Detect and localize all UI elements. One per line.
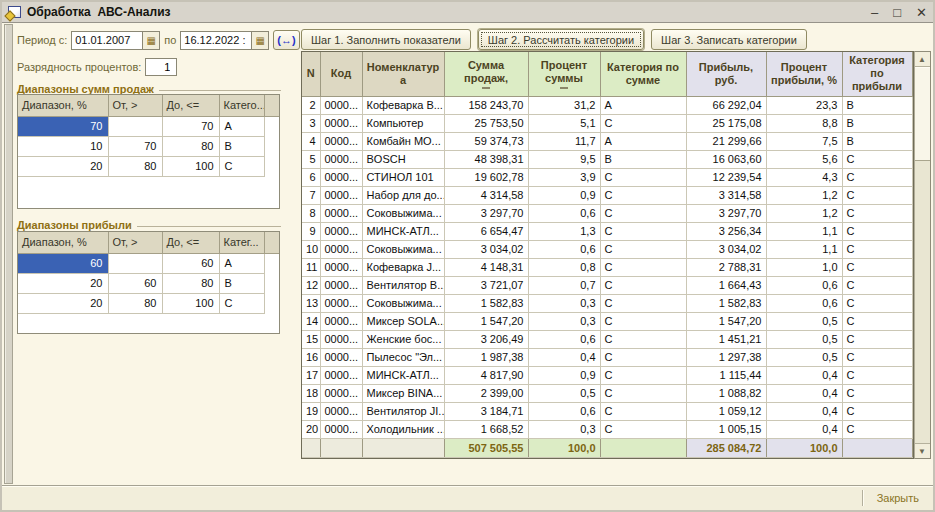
cell[interactable]: 7,5 — [766, 132, 842, 150]
cell[interactable]: C — [842, 366, 912, 384]
cell[interactable]: 0000... — [320, 114, 362, 132]
cell[interactable]: 1,1 — [766, 222, 842, 240]
cell[interactable]: Соковыжима... — [362, 204, 444, 222]
cell[interactable]: C — [842, 186, 912, 204]
cell[interactable]: 3 256,34 — [686, 222, 766, 240]
cell[interactable]: 19 — [302, 402, 320, 420]
table-row[interactable]: 120000...Вентилятор В...3 721,070,7C1 66… — [302, 276, 912, 294]
cell[interactable]: 1 297,38 — [686, 348, 766, 366]
cell[interactable]: 0000... — [320, 348, 362, 366]
cell[interactable]: 59 374,73 — [444, 132, 528, 150]
range-row[interactable]: 206080B — [18, 273, 279, 293]
cell[interactable]: Миксер SOLA... — [362, 312, 444, 330]
cell[interactable]: 0,5 — [766, 312, 842, 330]
cell[interactable]: 20 — [302, 420, 320, 438]
cell[interactable]: C — [600, 276, 686, 294]
cell[interactable]: 0,9 — [528, 366, 600, 384]
table-row[interactable]: 80000...Соковыжима...3 297,700,6C3 297,7… — [302, 204, 912, 222]
cell[interactable]: 0,4 — [766, 384, 842, 402]
cell[interactable]: 0000... — [320, 240, 362, 258]
cell[interactable]: C — [842, 150, 912, 168]
cell[interactable]: 8 — [302, 204, 320, 222]
cell[interactable]: C — [600, 420, 686, 438]
column-header[interactable]: Категория по прибыли — [842, 52, 912, 96]
cell[interactable]: Набор для до... — [362, 186, 444, 204]
cell[interactable]: 4 314,58 — [444, 186, 528, 204]
range-column-header[interactable]: От, > — [108, 95, 162, 116]
cell[interactable]: Пылесос "Эл... — [362, 348, 444, 366]
cell[interactable]: A — [600, 132, 686, 150]
cell[interactable]: 9 — [302, 222, 320, 240]
range-cell[interactable]: 20 — [18, 156, 108, 176]
range-column-header[interactable]: От, > — [108, 232, 162, 253]
range-row[interactable]: 7070A — [18, 116, 279, 136]
cell[interactable]: 3 314,58 — [686, 186, 766, 204]
cell[interactable]: 48 398,31 — [444, 150, 528, 168]
cell[interactable]: 0,6 — [528, 240, 600, 258]
range-cell[interactable]: 80 — [108, 293, 162, 313]
cell[interactable]: 5,6 — [766, 150, 842, 168]
cell[interactable]: 18 — [302, 384, 320, 402]
step1-fill-button[interactable]: Шаг 1. Заполнить показатели — [301, 29, 471, 50]
cell[interactable]: C — [842, 294, 912, 312]
cell[interactable]: 158 243,70 — [444, 96, 528, 114]
cell[interactable]: Вентилятор JI... — [362, 402, 444, 420]
cell[interactable]: 1 668,52 — [444, 420, 528, 438]
cell[interactable]: СТИНОЛ 101 — [362, 168, 444, 186]
cell[interactable]: 1,1 — [766, 240, 842, 258]
table-row[interactable]: 40000...Комбайн МО...59 374,7311,7A21 29… — [302, 132, 912, 150]
cell[interactable]: C — [600, 330, 686, 348]
cell[interactable]: 0000... — [320, 294, 362, 312]
cell[interactable]: C — [842, 276, 912, 294]
cell[interactable]: 1 547,20 — [686, 312, 766, 330]
cell[interactable]: C — [600, 114, 686, 132]
cell[interactable]: Компьютер — [362, 114, 444, 132]
cell[interactable]: C — [842, 330, 912, 348]
cell[interactable]: 12 239,54 — [686, 168, 766, 186]
cell[interactable]: 11,7 — [528, 132, 600, 150]
cell[interactable]: 1 059,12 — [686, 402, 766, 420]
cell[interactable]: 21 299,66 — [686, 132, 766, 150]
cell[interactable]: C — [600, 186, 686, 204]
column-header[interactable]: Процент суммы — [528, 52, 600, 96]
range-column-header[interactable]: Катег... — [219, 232, 264, 253]
cell[interactable]: C — [600, 402, 686, 420]
cell[interactable]: C — [842, 222, 912, 240]
cell[interactable]: 0000... — [320, 420, 362, 438]
cell[interactable]: 1,3 — [528, 222, 600, 240]
cell[interactable]: B — [600, 150, 686, 168]
column-header[interactable]: Категория по сумме — [600, 52, 686, 96]
range-cell[interactable] — [108, 253, 162, 273]
range-cell[interactable]: C — [219, 156, 264, 176]
cell[interactable]: C — [600, 366, 686, 384]
cell[interactable]: 0000... — [320, 366, 362, 384]
cell[interactable]: 3 206,49 — [444, 330, 528, 348]
range-cell[interactable]: 60 — [162, 253, 219, 273]
cell[interactable]: B — [842, 132, 912, 150]
cell[interactable]: 0000... — [320, 330, 362, 348]
cell[interactable]: Соковыжима... — [362, 240, 444, 258]
cell[interactable]: 0000... — [320, 96, 362, 114]
cell[interactable]: 19 602,78 — [444, 168, 528, 186]
step3-save-button[interactable]: Шаг 3. Записать категории — [651, 29, 807, 50]
period-range-button[interactable]: (↔) — [273, 30, 299, 50]
cell[interactable]: C — [842, 420, 912, 438]
cell[interactable]: 0,3 — [528, 420, 600, 438]
range-cell[interactable]: 100 — [162, 156, 219, 176]
cell[interactable]: 5 — [302, 150, 320, 168]
range-cell[interactable]: 10 — [18, 136, 108, 156]
cell[interactable]: 3 184,71 — [444, 402, 528, 420]
table-row[interactable]: 110000...Кофеварка J...4 148,310,8C2 788… — [302, 258, 912, 276]
cell[interactable]: C — [600, 240, 686, 258]
cell[interactable]: 2 — [302, 96, 320, 114]
cell[interactable]: 0,8 — [528, 258, 600, 276]
cell[interactable]: 6 654,47 — [444, 222, 528, 240]
cell[interactable]: C — [600, 294, 686, 312]
cell[interactable]: C — [842, 402, 912, 420]
range-cell[interactable]: 100 — [162, 293, 219, 313]
cell[interactable]: C — [842, 384, 912, 402]
column-header[interactable]: Номенклатура — [362, 52, 444, 96]
cell[interactable]: 1 987,38 — [444, 348, 528, 366]
cell[interactable]: 1 005,15 — [686, 420, 766, 438]
cell[interactable]: 5,1 — [528, 114, 600, 132]
